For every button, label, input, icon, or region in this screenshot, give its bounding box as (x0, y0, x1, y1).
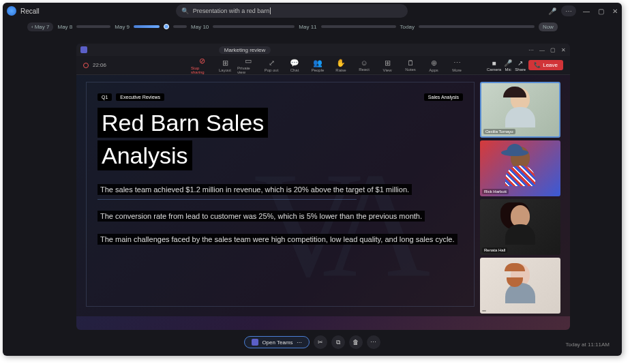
toolbar-layout-button[interactable]: ⊞Layout (214, 57, 236, 74)
app-name: Recall (20, 7, 40, 15)
timeline-segment[interactable] (321, 25, 396, 28)
meeting-title: Marketing review (219, 46, 271, 54)
teams-more-icon[interactable]: ⋯ (528, 47, 534, 53)
share-button[interactable]: ↗Share (515, 59, 526, 72)
toolbar-notes-button[interactable]: 🗒Notes (400, 57, 421, 74)
slide-tag: Q1 (97, 93, 112, 101)
timeline-now-button[interactable]: Now (539, 22, 558, 31)
participant-name: Cecilia Tomayo (483, 129, 515, 134)
toolbar-chat-button[interactable]: 💬Chat (284, 57, 305, 74)
toolbar-private-view-button[interactable]: ▭Private view (237, 57, 259, 74)
mic-button[interactable]: 🎤Mic (504, 59, 512, 72)
timeline[interactable]: ‹ May 7 May 8 May 9 May 10 May 11 Today … (3, 19, 622, 34)
participant-video[interactable]: Rick Harbutt (480, 140, 560, 196)
toolbar-stop-sharing-button[interactable]: ⊘Stop sharing (191, 57, 213, 74)
search-value: Presentation with a red barn (193, 7, 270, 14)
toolbar-apps-button[interactable]: ⊕Apps (423, 57, 445, 74)
timeline-segment[interactable] (213, 25, 295, 28)
search-input[interactable]: 🔍 Presentation with a red barn (176, 4, 408, 18)
timeline-segment[interactable] (173, 25, 187, 28)
participant-name: Rick Harbutt (482, 189, 509, 194)
timeline-back-button[interactable]: ‹ May 7 (27, 22, 53, 31)
search-icon: 🔍 (181, 7, 189, 14)
minimize-button[interactable]: — (583, 7, 590, 15)
participant-name (482, 310, 486, 312)
snapshot-timestamp: Today at 11:11AM (566, 342, 610, 348)
slide-paragraph: The sales team achieved $1.2 million in … (97, 183, 463, 196)
timeline-segment[interactable] (134, 25, 160, 28)
open-app-button[interactable]: Open Teams ⋯ (244, 336, 309, 348)
maximize-button[interactable]: ▢ (598, 7, 604, 15)
crop-button[interactable]: ✂ (314, 335, 327, 349)
timeline-date[interactable]: Today (400, 24, 415, 30)
teams-window: Marketing review ⋯ — ▢ ✕ 22:06 ⊘Stop sha… (76, 44, 570, 316)
more-button[interactable]: ⋯ (367, 335, 380, 349)
participant-video[interactable] (480, 258, 560, 314)
timeline-segment[interactable] (419, 25, 535, 28)
shared-slide: Q1 Executive Reviews Sales Analysis Red … (86, 82, 475, 307)
slide-paragraph: The conversion rate from lead to custome… (97, 209, 463, 223)
teams-maximize-icon[interactable]: ▢ (550, 47, 556, 53)
mic-icon[interactable]: 🎤 (546, 5, 558, 17)
slide-tag: Sales Analysis (424, 93, 463, 101)
teams-logo-icon (252, 339, 258, 346)
delete-button[interactable]: 🗑 (349, 335, 363, 349)
leave-button[interactable]: 📞 Leave (528, 60, 563, 70)
timeline-playhead[interactable] (164, 24, 169, 29)
toolbar-more-button[interactable]: ⋯More (446, 57, 468, 74)
chevron-down-icon: ⋯ (297, 339, 302, 346)
timeline-date[interactable]: May 9 (115, 24, 130, 30)
toolbar-pop-out-button[interactable]: ⤢Pop out (260, 57, 282, 74)
search-more-button[interactable]: ⋯ (561, 5, 576, 16)
timeline-date[interactable]: May 10 (191, 24, 209, 30)
slide-tag: Executive Reviews (116, 93, 164, 101)
recording-icon (83, 63, 89, 68)
participant-video[interactable]: Renata Hall (480, 199, 560, 255)
toolbar-react-button[interactable]: ☺React (353, 57, 375, 74)
timeline-segment[interactable] (76, 25, 110, 28)
participant-strip: Cecilia Tomayo Rick Harbutt Renata Hall (480, 82, 560, 314)
divider (97, 199, 357, 200)
participant-video[interactable]: Cecilia Tomayo (480, 82, 560, 138)
teams-logo-icon (80, 46, 87, 53)
teams-close-icon[interactable]: ✕ (561, 47, 566, 53)
copy-button[interactable]: ⧉ (331, 335, 345, 349)
toolbar-people-button[interactable]: 👥People (307, 57, 329, 74)
slide-paragraph: The main challenges faced by the sales t… (97, 232, 463, 246)
close-button[interactable]: ✕ (612, 7, 618, 15)
teams-minimize-icon[interactable]: — (539, 47, 545, 53)
toolbar-raise-button[interactable]: ✋Raise (330, 57, 352, 74)
meeting-timer: 22:06 (93, 62, 106, 68)
camera-button[interactable]: ■Camera (487, 59, 501, 72)
timeline-date[interactable]: May 11 (299, 24, 316, 30)
snapshot-viewport: VA Marketing review ⋯ — ▢ ✕ 22:06 ⊘Stop … (76, 44, 570, 330)
toolbar-view-button[interactable]: ⊞View (376, 57, 398, 74)
slide-title: Red Barn Sales Analysis (97, 108, 463, 173)
recall-logo-icon (7, 6, 16, 16)
timeline-date[interactable]: May 8 (57, 24, 72, 30)
participant-name: Renata Hall (482, 247, 507, 253)
